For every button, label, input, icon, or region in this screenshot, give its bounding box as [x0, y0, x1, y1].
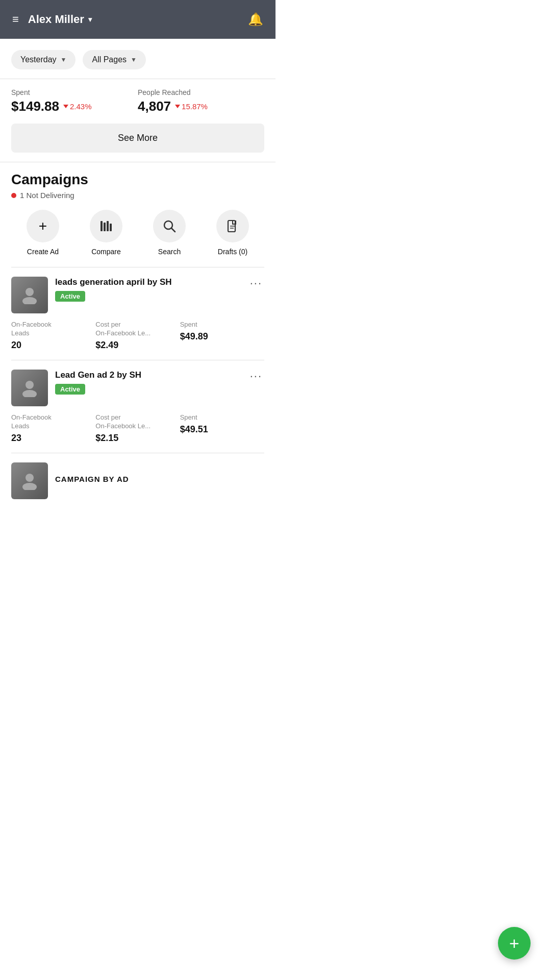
person-icon [20, 286, 39, 304]
not-delivering-dot [11, 193, 16, 198]
campaign-card-0-cost: Cost perOn-Facebook Le... $2.49 [95, 321, 180, 351]
hamburger-icon[interactable]: ≡ [12, 14, 19, 25]
create-ad-label: Create Ad [27, 248, 59, 256]
reach-percent: 15.87% [182, 102, 208, 111]
svg-point-9 [26, 288, 34, 296]
campaign-thumb-placeholder-0 [11, 277, 48, 313]
campaign-card-1-header: Lead Gen ad 2 by SH Active ··· [11, 370, 264, 406]
search-icon-circle [153, 210, 186, 242]
campaign-card-0-thumbnail [11, 277, 48, 313]
stats-row: Spent $149.88 2.43% People Reached 4,807… [11, 88, 264, 114]
campaign-card-0-header: leads generation april by SH Active ··· [11, 277, 264, 313]
svg-line-5 [171, 228, 175, 232]
chevron-down-icon: ▾ [88, 15, 92, 23]
app-header: ≡ Alex Miller ▾ 🔔 [0, 0, 276, 39]
campaign-partial-thumbnail [11, 462, 48, 499]
spent-down-arrow [63, 105, 68, 108]
spent-percent: 2.43% [70, 102, 92, 111]
campaign-card-0-name: leads generation april by SH [55, 277, 241, 288]
campaign-card-0-spent: Spent $49.89 [180, 321, 264, 351]
campaign-card-1-spent: Spent $49.51 [180, 413, 264, 444]
campaign-card-1-leads: On-FacebookLeads 23 [11, 413, 95, 444]
campaign-card-1-leads-value: 23 [11, 433, 95, 444]
search-icon [162, 219, 177, 233]
campaign-card-1-cost: Cost perOn-Facebook Le... $2.15 [95, 413, 180, 444]
person-icon-2 [20, 379, 39, 397]
drafts-action[interactable]: Drafts (0) [216, 210, 249, 256]
drafts-label: Drafts (0) [218, 248, 247, 256]
campaign-card-0-cost-label: Cost perOn-Facebook Le... [95, 321, 180, 338]
create-ad-icon-circle: + [27, 210, 59, 242]
campaign-card-0-leads: On-FacebookLeads 20 [11, 321, 95, 351]
spent-amount: $149.88 [11, 99, 59, 114]
campaign-card-1-spent-label: Spent [180, 413, 264, 422]
campaign-card-0-leads-label: On-FacebookLeads [11, 321, 95, 338]
campaign-card-0-leads-value: 20 [11, 340, 95, 351]
date-filter-chevron: ▼ [61, 56, 67, 63]
campaign-card-1-thumbnail [11, 370, 48, 406]
campaign-card-1-leads-label: On-FacebookLeads [11, 413, 95, 431]
svg-rect-1 [104, 223, 106, 231]
search-action[interactable]: Search [153, 210, 186, 256]
stats-divider [0, 79, 276, 79]
spent-label: Spent [11, 88, 138, 96]
reach-label: People Reached [138, 88, 264, 96]
compare-label: Compare [91, 248, 121, 256]
account-name: Alex Miller [28, 13, 84, 26]
search-label: Search [158, 248, 181, 256]
svg-rect-3 [110, 224, 112, 231]
svg-point-13 [26, 474, 34, 482]
svg-point-10 [22, 297, 37, 304]
reach-amount: 4,807 [138, 99, 171, 114]
svg-rect-2 [107, 221, 109, 231]
campaign-card-0-stats: On-FacebookLeads 20 Cost perOn-Facebook … [11, 321, 264, 351]
reach-change: 15.87% [175, 102, 208, 111]
campaign-card-1-cost-value: $2.15 [95, 433, 180, 444]
campaigns-section: Campaigns 1 Not Delivering + Create Ad C… [0, 172, 276, 499]
campaign-card-1-stats: On-FacebookLeads 23 Cost perOn-Facebook … [11, 413, 264, 444]
plus-icon: + [39, 219, 47, 233]
actions-row: + Create Ad Compare Searc [11, 210, 264, 256]
campaign-card-0-more-button[interactable]: ··· [248, 277, 264, 290]
date-filter-button[interactable]: Yesterday ▼ [11, 50, 76, 69]
see-more-button[interactable]: See More [11, 124, 264, 153]
pages-filter-label: All Pages [92, 55, 127, 64]
date-filter-label: Yesterday [20, 55, 57, 64]
campaign-thumb-placeholder-1 [11, 370, 48, 406]
compare-icon-circle [90, 210, 122, 242]
campaign-card-0-status: Active [55, 291, 85, 302]
campaign-card-0: leads generation april by SH Active ··· … [11, 267, 264, 360]
compare-action[interactable]: Compare [90, 210, 122, 256]
reach-value-row: 4,807 15.87% [138, 99, 264, 114]
reach-down-arrow [175, 105, 180, 108]
campaign-card-0-info: leads generation april by SH Active [55, 277, 241, 302]
spent-change: 2.43% [63, 102, 92, 111]
campaign-partial-label: CAMPAIGN BY AD [55, 474, 129, 484]
campaign-card-1-spent-value: $49.51 [180, 424, 264, 435]
campaign-card-0-cost-value: $2.49 [95, 340, 180, 351]
svg-rect-0 [101, 221, 103, 231]
campaign-partial-row: CAMPAIGN BY AD [11, 453, 264, 499]
create-ad-action[interactable]: + Create Ad [27, 210, 59, 256]
campaign-card-0-spent-value: $49.89 [180, 331, 264, 342]
stats-section: Spent $149.88 2.43% People Reached 4,807… [0, 88, 276, 114]
campaign-card-1-more-button[interactable]: ··· [248, 370, 264, 383]
campaign-card-1-name: Lead Gen ad 2 by SH [55, 370, 241, 381]
header-title[interactable]: Alex Miller ▾ [28, 13, 92, 26]
compare-icon [99, 219, 113, 233]
pages-filter-chevron: ▼ [131, 56, 137, 63]
campaign-card-1: Lead Gen ad 2 by SH Active ··· On-Facebo… [11, 360, 264, 453]
campaign-card-0-spent-label: Spent [180, 321, 264, 329]
campaign-thumb-placeholder-partial [11, 462, 48, 499]
campaign-card-1-status: Active [55, 384, 85, 395]
spent-value-row: $149.88 2.43% [11, 99, 138, 114]
filter-row: Yesterday ▼ All Pages ▼ [0, 39, 276, 69]
svg-point-14 [22, 483, 37, 490]
bell-icon[interactable]: 🔔 [248, 12, 263, 27]
not-delivering-row: 1 Not Delivering [11, 191, 264, 200]
svg-point-12 [22, 390, 37, 397]
drafts-icon [226, 219, 240, 233]
campaigns-title: Campaigns [11, 172, 264, 188]
pages-filter-button[interactable]: All Pages ▼ [83, 50, 145, 69]
header-left: ≡ Alex Miller ▾ [12, 13, 92, 26]
